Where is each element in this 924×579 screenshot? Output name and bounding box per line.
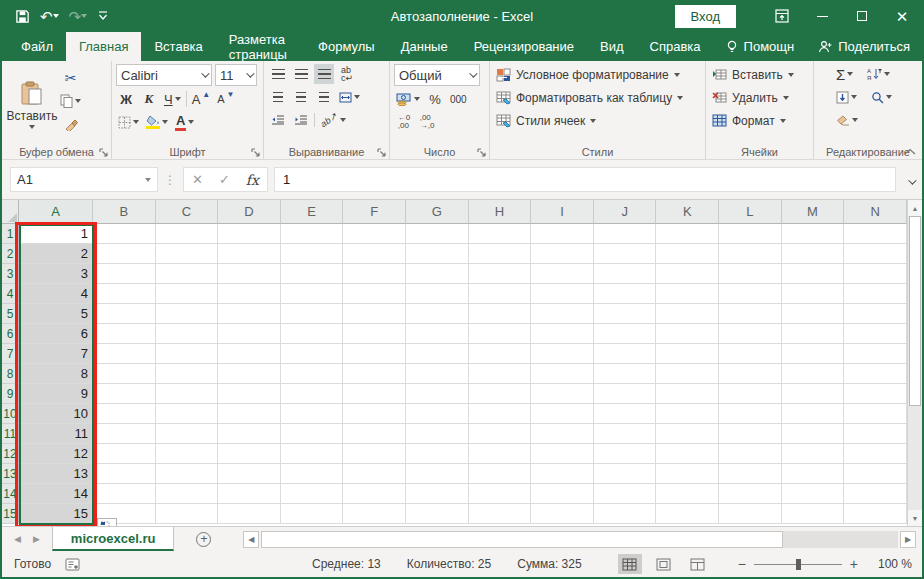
zoom-out-button[interactable]: − [738, 556, 746, 572]
cell-I2[interactable] [531, 244, 594, 264]
cell-A12[interactable]: 12 [19, 444, 93, 464]
cell-A8[interactable]: 8 [19, 364, 93, 384]
cell-A11[interactable]: 11 [19, 424, 93, 444]
collapse-ribbon-button[interactable] [904, 148, 916, 155]
cell-J1[interactable] [594, 224, 657, 244]
row-header-4[interactable]: 4 [2, 284, 19, 304]
cell-K7[interactable] [656, 344, 719, 364]
vertical-scroll-thumb[interactable] [909, 216, 921, 406]
cell-G11[interactable] [406, 424, 469, 444]
cell-F12[interactable] [343, 444, 406, 464]
copy-button[interactable] [58, 91, 83, 111]
cell-K15[interactable] [656, 504, 719, 524]
cell-E5[interactable] [281, 304, 344, 324]
merge-center-button[interactable] [337, 87, 362, 107]
row-header-11[interactable]: 11 [2, 424, 19, 444]
autosum-button[interactable]: Σ [834, 64, 855, 84]
sheet-tab-active[interactable]: microexcel.ru [52, 527, 175, 551]
cell-J6[interactable] [594, 324, 657, 344]
cell-G15[interactable] [406, 504, 469, 524]
cell-I10[interactable] [531, 404, 594, 424]
cell-B5[interactable] [93, 304, 156, 324]
cell-I9[interactable] [531, 384, 594, 404]
cell-I8[interactable] [531, 364, 594, 384]
redo-button[interactable]: ↷ [66, 7, 91, 26]
cell-M3[interactable] [782, 264, 845, 284]
shrink-font-button[interactable]: А▼ [215, 89, 236, 109]
cell-L13[interactable] [719, 464, 782, 484]
column-header-H[interactable]: H [469, 200, 532, 224]
column-header-M[interactable]: M [782, 200, 845, 224]
cell-K2[interactable] [656, 244, 719, 264]
font-size-combo[interactable]: 11 [215, 64, 257, 86]
cell-D13[interactable] [218, 464, 281, 484]
row-header-9[interactable]: 9 [2, 384, 19, 404]
cell-C7[interactable] [156, 344, 219, 364]
wrap-text-button[interactable]: abc↵ [337, 64, 357, 84]
cell-F11[interactable] [343, 424, 406, 444]
name-box[interactable]: A1 [10, 167, 158, 192]
cell-F1[interactable] [343, 224, 406, 244]
delete-cells-button[interactable]: Удалить [710, 87, 796, 108]
cell-H5[interactable] [469, 304, 532, 324]
prev-sheet-icon[interactable]: ◀ [14, 534, 21, 544]
cell-J7[interactable] [594, 344, 657, 364]
cell-G12[interactable] [406, 444, 469, 464]
row-header-6[interactable]: 6 [2, 324, 19, 344]
cell-H10[interactable] [469, 404, 532, 424]
cell-B14[interactable] [93, 484, 156, 504]
conditional-formatting-button[interactable]: Условное форматирование [494, 64, 685, 85]
row-header-2[interactable]: 2 [2, 244, 19, 264]
column-header-C[interactable]: C [156, 200, 219, 224]
decrease-decimal-button[interactable]: ,00 →,0 [417, 112, 437, 132]
cell-C2[interactable] [156, 244, 219, 264]
cell-F2[interactable] [343, 244, 406, 264]
cell-K9[interactable] [656, 384, 719, 404]
cell-K13[interactable] [656, 464, 719, 484]
cell-E6[interactable] [281, 324, 344, 344]
row-header-12[interactable]: 12 [2, 444, 19, 464]
cell-N6[interactable] [844, 324, 907, 344]
cell-K3[interactable] [656, 264, 719, 284]
cell-A9[interactable]: 9 [19, 384, 93, 404]
orientation-button[interactable]: ab↗ [318, 110, 348, 130]
cell-L2[interactable] [719, 244, 782, 264]
increase-indent-button[interactable] [291, 110, 311, 130]
cell-I12[interactable] [531, 444, 594, 464]
fill-button[interactable] [834, 87, 859, 107]
cell-N15[interactable] [844, 504, 907, 524]
increase-decimal-button[interactable]: ←0 ,00 [394, 112, 414, 132]
cell-M9[interactable] [782, 384, 845, 404]
format-as-table-button[interactable]: Форматировать как таблицу [494, 87, 685, 108]
format-cells-button[interactable]: Формат [710, 110, 796, 131]
cell-G6[interactable] [406, 324, 469, 344]
row-header-5[interactable]: 5 [2, 304, 19, 324]
tell-me-button[interactable]: Помощн [714, 32, 807, 61]
cell-K4[interactable] [656, 284, 719, 304]
cell-B3[interactable] [93, 264, 156, 284]
cell-M14[interactable] [782, 484, 845, 504]
cell-E4[interactable] [281, 284, 344, 304]
cell-K8[interactable] [656, 364, 719, 384]
cell-K1[interactable] [656, 224, 719, 244]
tab-home[interactable]: Главная [66, 32, 141, 61]
zoom-slider[interactable] [754, 564, 842, 565]
cell-C15[interactable] [156, 504, 219, 524]
cell-I4[interactable] [531, 284, 594, 304]
cell-A14[interactable]: 14 [19, 484, 93, 504]
macro-record-button[interactable] [65, 558, 80, 571]
cell-D10[interactable] [218, 404, 281, 424]
cell-F3[interactable] [343, 264, 406, 284]
cell-A1[interactable]: 1 [19, 224, 93, 244]
cell-L14[interactable] [719, 484, 782, 504]
cell-M6[interactable] [782, 324, 845, 344]
scroll-left-icon[interactable]: ◀ [243, 531, 259, 548]
cell-N9[interactable] [844, 384, 907, 404]
close-button[interactable]: ✕ [882, 0, 922, 32]
cell-H13[interactable] [469, 464, 532, 484]
cell-E1[interactable] [281, 224, 344, 244]
tab-help[interactable]: Справка [637, 32, 714, 61]
cell-K6[interactable] [656, 324, 719, 344]
accounting-format-button[interactable] [394, 89, 422, 109]
page-break-view-button[interactable] [686, 554, 710, 574]
